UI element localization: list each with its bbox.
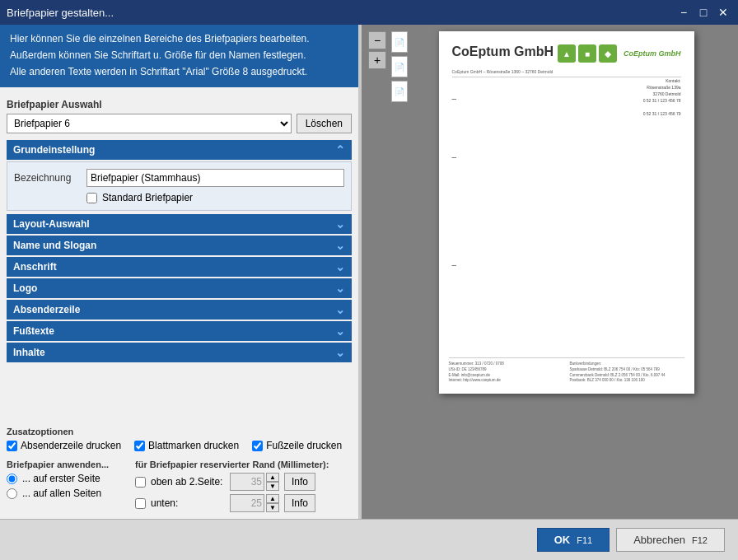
layout-auswahl-header[interactable]: Layout-Auswahl (7, 214, 352, 234)
absenderzeile-check[interactable] (7, 441, 17, 451)
unten-row: unten: ▲ ▼ Info (135, 494, 352, 512)
radio-alle-seiten-label: ... auf allen Seiten (22, 488, 101, 499)
anwenden-right: für Briefpapier reservierter Rand (Milli… (135, 460, 352, 516)
grundeinstellung-label: Grundeinstellung (13, 144, 95, 156)
logo-header[interactable]: Logo (7, 278, 352, 298)
form-content: Briefpapier Auswahl Briefpapier 6 Briefp… (0, 87, 358, 422)
unten-label: unten: (151, 497, 225, 509)
paper-footer-col1: Steuernummer: 313 / 0720 / 0708 USt-ID: … (449, 362, 563, 384)
radio-alle-seiten-input[interactable] (7, 488, 17, 499)
paper-dash3: – (452, 260, 681, 269)
radio-alle-seiten: ... auf allen Seiten (7, 488, 122, 499)
info-line3: Alle anderen Texte werden in Schriftart … (10, 64, 348, 79)
briefpapier-auswahl-row: Briefpapier 6 Briefpapier 1 Briefpapier … (7, 114, 352, 133)
footer-web: Internet: http://www.coeptum.de (449, 378, 563, 384)
paper-footer-col2: Bankverbindungen: Sparkasse Detmold: BLZ… (570, 362, 684, 384)
grundeinstellung-content: Bezeichnung Standard Briefpapier (7, 161, 352, 211)
cancel-shortcut: F12 (692, 535, 708, 545)
bezeichnung-row: Bezeichnung (14, 169, 344, 187)
layout-auswahl-label: Layout-Auswahl (13, 218, 90, 230)
radio-erste-seite-label: ... auf erster Seite (22, 473, 100, 484)
zoom-out-btn[interactable]: − (368, 31, 386, 49)
cancel-button[interactable]: Abbrechen F12 (616, 528, 725, 552)
briefpapier-select[interactable]: Briefpapier 6 Briefpapier 1 Briefpapier … (7, 114, 292, 133)
zusatzoptionen-title: Zusatzoptionen (7, 427, 352, 436)
loeschen-button[interactable]: Löschen (297, 114, 352, 133)
close-button[interactable]: ✕ (715, 4, 731, 21)
anschrift-header[interactable]: Anschrift (7, 257, 352, 277)
left-panel: Hier können Sie die einzelnen Bereiche d… (0, 25, 358, 519)
side-info-line4: 0 52 31 / 123 456 78 (643, 97, 681, 104)
ok-label: OK (554, 534, 571, 546)
oben-spinner: ▲ ▼ (230, 473, 279, 491)
maximize-button[interactable]: □ (695, 4, 712, 21)
fusstexte-header[interactable]: Fußtexte (7, 321, 352, 341)
oben-checkbox[interactable] (135, 477, 146, 488)
footer-tax: Steuernummer: 313 / 0720 / 0708 (449, 362, 563, 367)
absenderzeile-header[interactable]: Absenderzeile (7, 300, 352, 320)
absenderzeile-label: Absenderzeile (13, 304, 80, 315)
oben-input[interactable] (230, 473, 264, 491)
absenderzeile-check-label[interactable]: Absenderzeile drucken (7, 440, 121, 451)
inhalte-header[interactable]: Inhalte (7, 343, 352, 362)
footer-bank-title: Bankverbindungen: (570, 362, 684, 367)
page-icon-1[interactable]: 📄 (391, 31, 408, 53)
fusstexte-chevron (335, 324, 345, 338)
unten-checkbox[interactable] (135, 498, 146, 509)
footer-bank3: Postbank: BLZ 374 000 00 / Kto: 136 106 … (570, 378, 684, 384)
cancel-label: Abbrechen (633, 534, 685, 546)
oben-down-btn[interactable]: ▼ (266, 482, 279, 491)
logo-box-3: ◆ (599, 44, 617, 63)
minimize-button[interactable]: − (675, 4, 692, 21)
standard-checkbox[interactable] (86, 193, 97, 203)
titlebar: Briefpapier gestalten... − □ ✕ (0, 0, 738, 25)
rand-label: für Briefpapier reservierter Rand (Milli… (135, 460, 352, 469)
standard-label: Standard Briefpapier (102, 192, 193, 203)
paper-dash2: – (452, 152, 681, 161)
paper-logo: ▲ ■ ◆ CoEptum GmbH (558, 44, 681, 63)
logo-icons: ▲ ■ ◆ (558, 44, 617, 63)
radio-erste-seite-input[interactable] (7, 474, 17, 484)
footer-ust: USt-ID: DE 123456789 (449, 367, 563, 373)
bezeichnung-input[interactable] (86, 169, 344, 187)
side-info-line3: 32760 Detmold (643, 91, 681, 97)
paper-company-name: CoEptum GmbH (452, 44, 554, 59)
unten-down-btn[interactable]: ▼ (266, 503, 279, 512)
fusszeile-check-label[interactable]: Fußzeile drucken (252, 440, 342, 451)
inhalte-chevron (335, 346, 345, 359)
bottom-bar: OK F11 Abbrechen F12 (0, 519, 738, 560)
titlebar-controls: − □ ✕ (675, 4, 731, 21)
ok-button[interactable]: OK F11 (537, 528, 610, 552)
page-icon-2[interactable]: 📄 (391, 56, 408, 77)
window-title: Briefpapier gestalten... (7, 7, 675, 19)
page-icon-3[interactable]: 📄 (391, 81, 408, 102)
oben-up-btn[interactable]: ▲ (266, 473, 279, 482)
footer-bank1: Sparkasse Detmold: BLZ 206 754 00 / Kto:… (570, 367, 684, 373)
logo-box-2: ■ (578, 44, 596, 63)
logo-chevron (335, 282, 345, 295)
info-btn-1[interactable]: Info (284, 473, 315, 491)
blattmarken-check[interactable] (134, 441, 145, 451)
info-btn-2[interactable]: Info (284, 494, 315, 512)
info-line1: Hier können Sie die einzelnen Bereiche d… (10, 31, 348, 46)
footer-bank2: Commerzbank Detmold: BLZ 2.056 754 00 / … (570, 373, 684, 379)
briefpapier-anwenden-label: Briefpapier anwenden... (7, 460, 122, 469)
unten-input[interactable] (230, 494, 264, 512)
side-info-line2: Rösenstraße 139a (643, 84, 681, 91)
fusszeile-check[interactable] (252, 441, 263, 451)
standard-checkbox-row: Standard Briefpapier (86, 192, 344, 203)
radio-erste-seite: ... auf erster Seite (7, 473, 122, 484)
grundeinstellung-chevron (335, 143, 345, 156)
blattmarken-check-label[interactable]: Blattmarken drucken (134, 440, 239, 451)
anschrift-label: Anschrift (13, 261, 57, 273)
fusstexte-label: Fußtexte (13, 325, 54, 337)
name-slogan-chevron (335, 239, 345, 252)
grundeinstellung-header[interactable]: Grundeinstellung (7, 140, 352, 160)
layout-auswahl-chevron (335, 217, 345, 231)
oben-label: oben ab 2.Seite: (151, 476, 225, 488)
zoom-in-btn[interactable]: + (368, 51, 386, 69)
name-slogan-header[interactable]: Name und Slogan (7, 236, 352, 255)
unten-up-btn[interactable]: ▲ (266, 494, 279, 503)
paper-preview: CoEptum GmbH ▲ ■ ◆ CoEptum GmbH CoEptum … (439, 31, 694, 394)
ok-shortcut: F11 (577, 535, 592, 545)
